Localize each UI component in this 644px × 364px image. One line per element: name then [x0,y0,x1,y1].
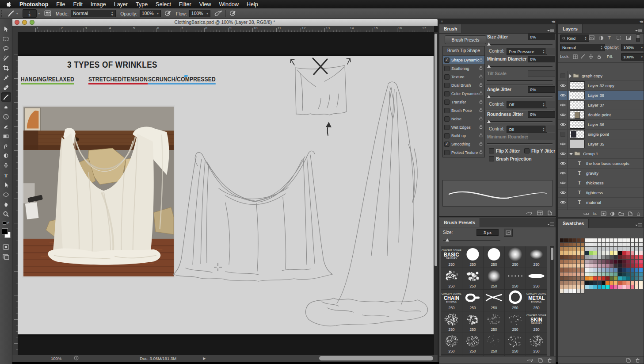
color-swatch[interactable] [564,243,568,247]
color-swatch[interactable] [626,264,630,268]
color-swatch[interactable] [610,251,614,256]
color-swatch[interactable] [639,260,643,264]
color-swatch[interactable] [585,281,589,285]
color-swatch[interactable] [635,251,639,256]
delete-layer-icon[interactable] [636,211,641,216]
color-swatch[interactable] [564,255,568,260]
opacity-select[interactable]: 100%▾ [140,10,161,17]
color-swatch[interactable] [585,264,589,268]
magic-wand-tool[interactable] [1,54,11,63]
brush-preset-texture2[interactable]: 250 [462,311,483,333]
color-swatch[interactable] [631,247,635,251]
collapse-panels-icon[interactable]: ◀◀ [551,19,554,24]
color-swatch[interactable] [610,276,614,281]
color-swatch[interactable] [618,238,622,243]
color-swatch[interactable] [614,243,618,247]
color-swatch[interactable] [585,255,589,260]
color-swatch[interactable] [593,255,597,260]
color-swatch[interactable] [581,289,585,294]
color-swatch[interactable] [626,251,630,256]
color-swatch[interactable] [564,272,568,277]
horizontal-scrollbar[interactable] [319,356,433,360]
color-swatch[interactable] [602,251,606,256]
color-swatch[interactable] [598,285,602,290]
color-swatch[interactable] [639,272,643,277]
menu-view[interactable]: View [195,1,215,8]
pressure-size-icon[interactable] [229,10,236,17]
color-swatch[interactable] [581,272,585,277]
color-swatch[interactable] [626,243,630,247]
tip-option-shape-dynamics[interactable]: ✓Shape Dynamics [443,56,484,64]
layer-row-layer-38[interactable]: Layer 38 [558,91,644,100]
layer-row-layer-32-copy[interactable]: Layer 32 copy [558,81,644,91]
filter-pixel-layers-icon[interactable] [587,34,595,41]
tab-brush[interactable]: Brush [439,24,462,33]
add-layer-mask-icon[interactable] [601,211,606,216]
color-swatch[interactable] [577,268,581,272]
options-grip[interactable] [1,10,5,17]
color-swatch[interactable] [598,243,602,247]
color-swatch[interactable] [618,251,622,256]
brush-preset-splatter[interactable]: 250 [441,268,462,289]
crop-tool[interactable] [1,63,11,73]
new-adjustment-layer-icon[interactable] [610,211,615,216]
color-swatch[interactable] [618,272,622,277]
color-swatch[interactable] [602,238,606,243]
color-swatch[interactable] [564,247,568,251]
eye-icon[interactable] [558,91,568,100]
move-tool[interactable] [1,24,11,34]
new-brush-icon[interactable] [538,358,543,363]
color-swatch[interactable] [564,251,568,256]
color-swatch[interactable] [635,268,639,272]
document-title-bar[interactable]: ClothingBasics.psd @ 100% (Layer 38, RGB… [12,19,438,26]
lock-pixels-icon[interactable] [579,54,587,60]
color-swatch[interactable] [618,260,622,264]
color-swatch[interactable] [581,238,585,243]
color-swatch[interactable] [585,285,589,290]
color-swatch[interactable] [606,251,610,256]
tip-option-transfer[interactable]: Transfer [443,98,484,106]
color-swatch[interactable] [568,251,572,256]
eye-empty-well[interactable] [558,130,568,139]
ellipse-shape-tool[interactable] [1,190,11,199]
eye-icon[interactable] [558,178,568,188]
color-swatch[interactable] [593,285,597,290]
lock-position-icon[interactable] [587,54,594,60]
color-swatch[interactable] [631,255,635,260]
color-swatch[interactable] [581,243,585,247]
apple-icon[interactable] [6,1,11,7]
color-swatch[interactable] [639,281,643,285]
color-swatch[interactable] [622,255,626,260]
layer-row-layer-35[interactable]: Layer 35 [558,139,644,149]
color-swatch[interactable] [577,276,581,281]
mode-select[interactable]: Normal▲▼ [71,10,116,17]
eye-icon[interactable] [558,120,568,129]
color-swatch[interactable] [602,268,606,272]
color-swatch[interactable] [622,281,626,285]
color-swatch[interactable] [593,251,597,256]
default-swap-colors-icon[interactable]: ⇄ [3,221,10,225]
color-swatch[interactable] [626,238,630,243]
tip-option-protect-texture[interactable]: Protect Texture [443,148,484,157]
brush-preset-sparse-dots[interactable]: 250 [505,311,526,333]
color-swatch[interactable] [606,268,610,272]
color-swatch[interactable] [560,243,564,247]
color-swatch[interactable] [602,264,606,268]
menu-window[interactable]: Window [215,1,243,8]
color-swatch[interactable] [577,272,581,277]
color-swatch[interactable] [572,289,576,294]
color-swatch[interactable] [564,264,568,268]
smudge-tool[interactable] [1,141,11,150]
menu-photoshop[interactable]: Photoshop [15,1,52,8]
color-swatch[interactable] [598,260,602,264]
panel-close-icon[interactable]: ✕ [441,20,443,23]
brush-preset-texture-faint[interactable]: 250 [484,311,504,333]
horizontal-ruler[interactable]: 1234567891011121314151617 [18,26,434,32]
color-swatch[interactable] [614,285,618,290]
color-swatch[interactable] [593,276,597,281]
new-layer-icon[interactable] [628,211,633,216]
flip-x-jitter-checkbox[interactable]: Flip X Jitter [489,148,520,153]
color-swatch[interactable] [614,264,618,268]
color-swatch[interactable] [622,260,626,264]
color-swatch[interactable] [606,255,610,260]
